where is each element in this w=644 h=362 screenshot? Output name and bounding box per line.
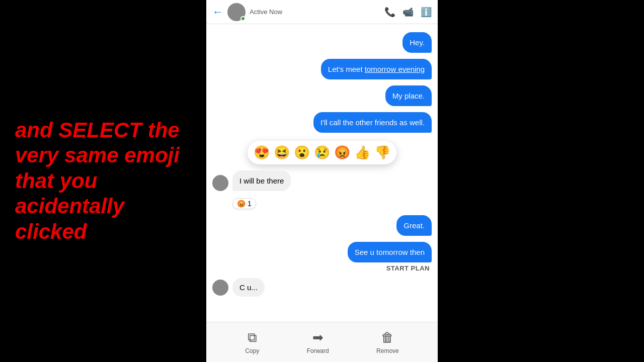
- forward-icon: ➡: [312, 330, 324, 345]
- remove-label: Remove: [376, 347, 399, 354]
- remove-icon: 🗑: [381, 330, 394, 345]
- message-hey: Hey.: [212, 32, 432, 53]
- phone-screen: ← Active Now 📞 📹 ℹ️ Hey. Let's meet tomo…: [206, 0, 438, 362]
- back-button[interactable]: ←: [212, 6, 223, 19]
- bubble-sent[interactable]: My place.: [385, 85, 432, 106]
- copy-action[interactable]: ⧉ Copy: [245, 330, 259, 354]
- bubble-sent[interactable]: I'll call the other friends as well.: [313, 112, 432, 133]
- bubble-sent[interactable]: See u tomorrow then: [348, 242, 432, 262]
- right-black-panel: [438, 0, 644, 362]
- copy-label: Copy: [245, 347, 259, 354]
- reaction-row: 😡 1: [232, 198, 432, 209]
- sender-avatar-partial: [212, 280, 228, 296]
- bubble-received[interactable]: I will be there: [232, 170, 291, 191]
- instruction-text: and SELECT the very same emoji that you …: [15, 118, 191, 244]
- remove-action[interactable]: 🗑 Remove: [376, 330, 399, 354]
- emoji-reaction-picker: 😍 😆 😮 😢 😡 👍 👎: [248, 141, 396, 164]
- reaction-emoji: 😡: [237, 200, 246, 208]
- message-myplace: My place.: [212, 85, 432, 106]
- emoji-thumbsup[interactable]: 👍: [354, 145, 370, 160]
- bubble-sent[interactable]: Hey.: [403, 32, 432, 53]
- phone-icon[interactable]: 📞: [384, 7, 395, 18]
- chat-header: ← Active Now 📞 📹 ℹ️: [206, 0, 438, 24]
- start-plan-label[interactable]: START PLAN: [386, 264, 430, 272]
- emoji-thumbsdown[interactable]: 👎: [374, 145, 390, 160]
- forward-label: Forward: [307, 347, 329, 354]
- instruction-panel: and SELECT the very same emoji that you …: [0, 0, 206, 362]
- emoji-angry[interactable]: 😡: [334, 145, 350, 160]
- reaction-badge[interactable]: 😡 1: [232, 198, 256, 209]
- forward-action[interactable]: ➡ Forward: [307, 330, 329, 354]
- active-status: Active Now: [250, 8, 384, 16]
- emoji-surprised[interactable]: 😮: [294, 145, 310, 160]
- emoji-sad[interactable]: 😢: [314, 145, 330, 160]
- message-seeutomorrow: See u tomorrow then START PLAN: [212, 242, 432, 272]
- bubble-partial[interactable]: C u...: [232, 278, 265, 297]
- video-icon[interactable]: 📹: [403, 7, 414, 18]
- bubble-sent[interactable]: Great.: [396, 215, 432, 236]
- reaction-count: 1: [248, 200, 252, 208]
- contact-avatar: [227, 3, 246, 21]
- emoji-heart-eyes[interactable]: 😍: [254, 145, 270, 160]
- copy-icon: ⧉: [248, 330, 257, 345]
- info-icon[interactable]: ℹ️: [421, 7, 432, 18]
- message-partial: C u...: [212, 278, 432, 297]
- header-action-icons: 📞 📹 ℹ️: [384, 7, 432, 18]
- sender-avatar: [212, 175, 228, 191]
- message-meet: Let's meet tomorrow evening: [212, 59, 432, 79]
- bubble-sent[interactable]: Let's meet tomorrow evening: [321, 59, 432, 79]
- message-friends: I'll call the other friends as well.: [212, 112, 432, 133]
- bottom-toolbar: ⧉ Copy ➡ Forward 🗑 Remove: [206, 322, 438, 362]
- online-indicator: [240, 16, 246, 21]
- message-received-iwillbethere: I will be there: [212, 170, 432, 191]
- messages-container: Hey. Let's meet tomorrow evening My plac…: [206, 24, 438, 322]
- message-great: Great.: [212, 215, 432, 236]
- emoji-laughing[interactable]: 😆: [274, 145, 290, 160]
